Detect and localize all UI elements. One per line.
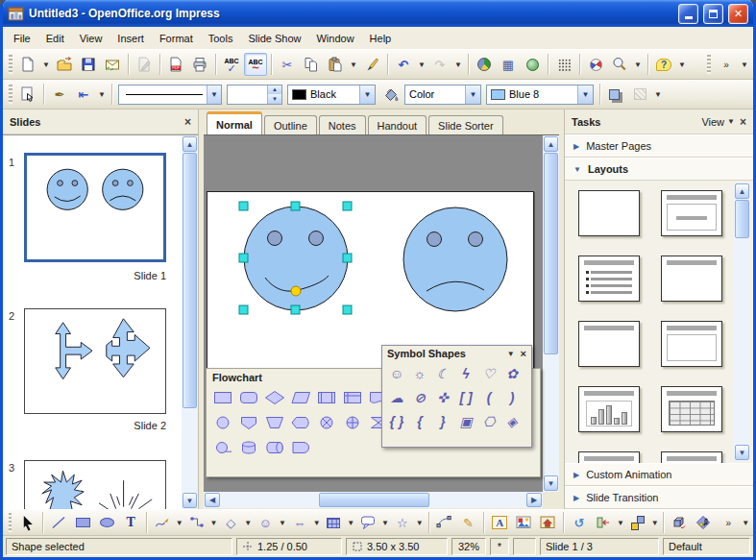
tasks-view-button[interactable]: View — [701, 116, 724, 128]
right-brace-shape[interactable]: } — [431, 409, 454, 433]
points-button[interactable]: ✒ — [48, 83, 71, 106]
menu-item[interactable]: Help — [362, 27, 400, 49]
connector-tool[interactable] — [185, 511, 208, 534]
connector-shape[interactable] — [209, 410, 235, 435]
title-bar[interactable]: Untitled3 - OpenOffice.org Impress ✕ — [3, 0, 753, 27]
layout-title-frame[interactable] — [661, 321, 722, 367]
help-button[interactable]: ? — [652, 53, 675, 76]
rotate-tool[interactable]: ↺ — [568, 511, 591, 534]
zoom-level[interactable]: 32% — [451, 538, 486, 555]
data-shape[interactable] — [287, 385, 313, 410]
email-button[interactable] — [101, 53, 124, 76]
layout-title-slide[interactable] — [661, 190, 722, 236]
rectangle-tool[interactable] — [71, 511, 94, 534]
tab-outline[interactable]: Outline — [264, 115, 317, 134]
symbol-shapes-tool[interactable]: ☺ — [254, 511, 277, 534]
section-custom-animation[interactable]: ▶ Custom Animation — [565, 463, 753, 486]
decision-shape[interactable] — [261, 385, 287, 410]
layout-title-chart[interactable] — [578, 386, 640, 432]
arrange-tool[interactable] — [626, 511, 649, 534]
slides-scrollbar[interactable]: ▲ ▼ — [182, 135, 198, 509]
alignment-dropdown-arrow[interactable]: ▼ — [616, 512, 625, 533]
edit-file-button[interactable] — [133, 53, 156, 76]
cloud-shape[interactable]: ☁ — [385, 385, 408, 409]
layout-blank[interactable] — [578, 190, 640, 236]
toolbar-overflow-arrow[interactable]: ▼ — [739, 54, 750, 75]
print-button[interactable] — [188, 53, 211, 76]
undo-dropdown-arrow[interactable]: ▼ — [416, 54, 427, 75]
line-tool[interactable] — [47, 511, 70, 534]
curve-tool[interactable] — [151, 511, 174, 534]
cut-button[interactable]: ✂ — [276, 53, 299, 76]
redo-dropdown-arrow[interactable]: ▼ — [452, 54, 464, 75]
section-slide-transition[interactable]: ▶ Slide Transition — [565, 486, 753, 509]
callouts-dropdown-arrow[interactable]: ▼ — [380, 512, 390, 533]
toolbar-overflow-arrow[interactable]: ▼ — [741, 512, 750, 533]
gallery-tool[interactable] — [536, 511, 559, 534]
or-shape[interactable] — [339, 410, 365, 435]
arrow-style-button[interactable]: ⇤ — [72, 83, 95, 106]
paste-dropdown-arrow[interactable]: ▼ — [348, 54, 359, 75]
tab-slide-sorter[interactable]: Slide Sorter — [428, 115, 502, 134]
export-pdf-button[interactable]: PDF — [164, 53, 187, 76]
prohibited-shape[interactable]: ⊘ — [408, 385, 431, 409]
sun-shape[interactable]: ☼ — [408, 361, 431, 385]
menu-item[interactable]: Tools — [201, 27, 241, 49]
save-button[interactable] — [77, 53, 100, 76]
tab-normal[interactable]: Normal — [207, 111, 262, 134]
layout-title-only[interactable] — [578, 321, 640, 367]
menu-item[interactable]: Insert — [110, 27, 152, 49]
line-width-spinner[interactable]: ▲▼ — [267, 85, 281, 104]
combo-dropdown-arrow[interactable]: ▼ — [577, 85, 593, 104]
toolbar-options-arrow[interactable]: ▼ — [676, 54, 688, 75]
curve-dropdown-arrow[interactable]: ▼ — [175, 512, 184, 533]
shadow-button[interactable] — [604, 83, 627, 106]
scroll-left-icon[interactable]: ◀ — [205, 493, 220, 507]
heart-shape[interactable]: ♡ — [477, 361, 500, 385]
view-dropdown-arrow[interactable]: ▼ — [727, 117, 735, 126]
direct-access-storage-shape[interactable] — [261, 435, 287, 460]
open-button[interactable] — [53, 53, 76, 76]
slide-thumbnail-2[interactable] — [24, 308, 166, 414]
square-bevel-shape[interactable]: ▣ — [454, 409, 477, 433]
octagon-bevel-shape[interactable]: ⎔ — [477, 409, 500, 433]
process-shape[interactable] — [209, 385, 235, 410]
page-style[interactable]: Default — [663, 538, 750, 555]
left-bracket-shape[interactable]: ( — [477, 385, 500, 409]
navigator-button[interactable] — [584, 53, 607, 76]
menu-item[interactable]: Edit — [38, 27, 72, 49]
maximize-button[interactable] — [703, 4, 723, 24]
diamond-bevel-shape[interactable]: ◈ — [500, 409, 524, 433]
scroll-up-icon[interactable]: ▲ — [183, 136, 197, 152]
block-arrows-dropdown-arrow[interactable]: ▼ — [312, 512, 322, 533]
callouts-tool[interactable] — [356, 511, 379, 534]
menu-item[interactable]: Window — [308, 27, 361, 49]
flowchart-dropdown-arrow[interactable]: ▼ — [346, 512, 355, 533]
undo-button[interactable]: ↶ — [392, 53, 415, 76]
smiley-face-sad[interactable] — [403, 207, 507, 311]
adjustment-handle[interactable] — [291, 286, 301, 296]
toolbar-grip[interactable] — [707, 55, 711, 74]
basic-shapes-tool[interactable]: ◇ — [219, 511, 242, 534]
symbol-shapes-dropdown-arrow[interactable]: ▼ — [278, 512, 287, 533]
layout-title-table[interactable] — [661, 386, 722, 432]
menu-item[interactable]: File — [6, 27, 38, 49]
toolbar-overflow-button[interactable]: » — [715, 53, 738, 76]
double-bracket-shape[interactable]: [ ] — [454, 385, 477, 409]
manual-operation-shape[interactable] — [261, 410, 287, 435]
off-page-connector-shape[interactable] — [235, 410, 261, 435]
block-arrows-tool[interactable]: ⇔ — [288, 511, 311, 534]
display-grid-button[interactable] — [552, 53, 575, 76]
menu-item[interactable]: Slide Show — [240, 27, 308, 49]
alignment-tool[interactable] — [592, 511, 615, 534]
symbol-palette-titlebar[interactable]: Symbol Shapes ▼ × — [382, 346, 531, 361]
toolbar-grip[interactable] — [9, 85, 12, 104]
sequential-access-shape[interactable] — [209, 435, 235, 460]
spellcheck-button[interactable]: ABC✓ — [220, 53, 243, 76]
tab-handout[interactable]: Handout — [368, 115, 427, 134]
new-button[interactable] — [16, 53, 39, 76]
text-tool[interactable]: T — [119, 511, 142, 534]
slide-thumbnail-3[interactable] — [24, 460, 166, 509]
internal-storage-shape[interactable] — [339, 385, 365, 410]
copy-button[interactable] — [300, 53, 323, 76]
